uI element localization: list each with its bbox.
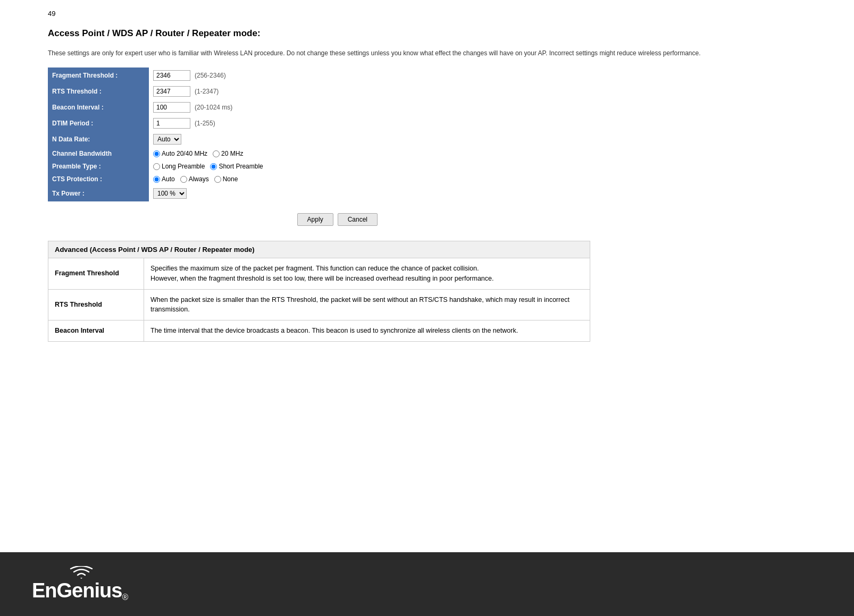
settings-value-7: AutoAlwaysNone [149, 173, 378, 185]
radio-input-6-0[interactable] [153, 163, 160, 170]
settings-input-3[interactable] [153, 118, 190, 129]
settings-value-2[interactable]: (20-1024 ms) [149, 99, 378, 115]
settings-label-4: N Data Rate: [48, 131, 149, 147]
settings-label-7: CTS Protection : [48, 173, 149, 185]
settings-label-2: Beacon Interval : [48, 99, 149, 115]
advanced-table: Advanced (Access Point / WDS AP / Router… [48, 241, 590, 342]
logo-container: EnGenius ® [32, 566, 128, 602]
page-number: 49 [0, 0, 854, 18]
logo-row: EnGenius ® [32, 579, 128, 602]
advanced-desc-1: When the packet size is smaller than the… [144, 289, 590, 320]
settings-label-3: DTIM Period : [48, 115, 149, 131]
settings-label-8: Tx Power : [48, 185, 149, 201]
settings-value-1[interactable]: (1-2347) [149, 83, 378, 99]
radio-label-6-1[interactable]: Short Preamble [210, 163, 263, 170]
registered-symbol: ® [122, 593, 128, 602]
settings-label-5: Channel Bandwidth [48, 147, 149, 160]
settings-select-8[interactable]: 100 %90 %75 %50 %25 % [153, 188, 187, 199]
radio-label-7-2[interactable]: None [214, 175, 238, 183]
settings-input-0[interactable] [153, 70, 190, 81]
radio-label-5-1[interactable]: 20 MHz [213, 150, 243, 157]
radio-input-7-1[interactable] [180, 176, 187, 183]
settings-label-1: RTS Threshold : [48, 83, 149, 99]
radio-input-5-0[interactable] [153, 150, 160, 157]
settings-hint-0: (256-2346) [195, 72, 226, 79]
apply-button[interactable]: Apply [297, 213, 333, 226]
footer: EnGenius ® [0, 552, 854, 616]
radio-input-7-0[interactable] [153, 176, 160, 183]
settings-value-4: Auto125.51169121824364854 [149, 131, 378, 147]
advanced-label-2: Beacon Interval [48, 320, 144, 342]
settings-hint-1: (1-2347) [195, 88, 219, 95]
radio-input-7-2[interactable] [214, 176, 221, 183]
radio-input-6-1[interactable] [210, 163, 217, 170]
settings-value-8: 100 %90 %75 %50 %25 % [149, 185, 378, 201]
description: These settings are only for expert user … [48, 48, 806, 58]
settings-hint-2: (20-1024 ms) [195, 104, 232, 111]
cancel-button[interactable]: Cancel [338, 213, 378, 226]
logo-text: EnGenius [32, 579, 122, 602]
radio-input-5-1[interactable] [213, 150, 220, 157]
settings-label-0: Fragment Threshold : [48, 67, 149, 83]
settings-select-4[interactable]: Auto125.51169121824364854 [153, 134, 181, 145]
radio-label-7-1[interactable]: Always [180, 175, 209, 183]
settings-input-2[interactable] [153, 102, 190, 113]
advanced-table-header: Advanced (Access Point / WDS AP / Router… [48, 241, 590, 258]
settings-value-6: Long PreambleShort Preamble [149, 160, 378, 173]
advanced-desc-0: Specifies the maximum size of the packet… [144, 258, 590, 290]
settings-value-3[interactable]: (1-255) [149, 115, 378, 131]
settings-table: Fragment Threshold :(256-2346)RTS Thresh… [48, 67, 378, 201]
page-title: Access Point / WDS AP / Router / Repeate… [48, 28, 806, 39]
advanced-label-1: RTS Threshold [48, 289, 144, 320]
radio-label-7-0[interactable]: Auto [153, 175, 175, 183]
settings-input-1[interactable] [153, 86, 190, 97]
settings-value-0[interactable]: (256-2346) [149, 67, 378, 83]
button-row: Apply Cancel [48, 213, 378, 226]
settings-label-6: Preamble Type : [48, 160, 149, 173]
advanced-desc-2: The time interval that the device broadc… [144, 320, 590, 342]
settings-value-5: Auto 20/40 MHz20 MHz [149, 147, 378, 160]
radio-label-6-0[interactable]: Long Preamble [153, 163, 205, 170]
advanced-label-0: Fragment Threshold [48, 258, 144, 290]
radio-label-5-0[interactable]: Auto 20/40 MHz [153, 150, 207, 157]
settings-hint-3: (1-255) [195, 120, 215, 127]
